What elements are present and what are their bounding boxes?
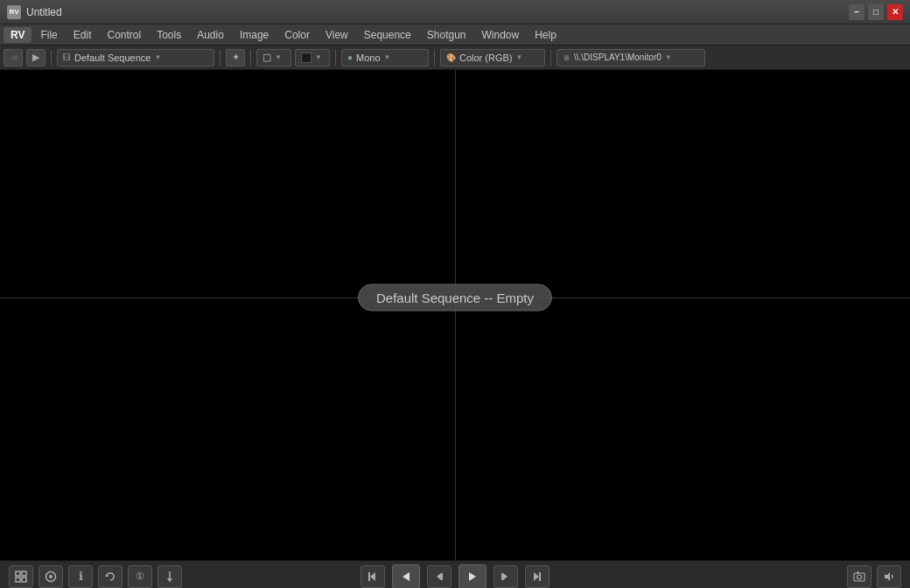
svg-rect-19 (854, 573, 864, 581)
session-icon (45, 570, 57, 583)
svg-rect-10 (368, 572, 370, 581)
toolbar-separator-4 (335, 50, 336, 66)
sequence-dropdown[interactable]: 🎞 Default Sequence ▼ (57, 49, 214, 66)
color-mode-icon: 🎨 (446, 53, 456, 62)
menu-item-audio[interactable]: Audio (190, 27, 231, 43)
go-to-start-button[interactable] (360, 565, 385, 588)
step-forward-icon (500, 570, 512, 583)
bottom-bar: ℹ ① (0, 560, 910, 588)
viewer: Default Sequence -- Empty (0, 70, 910, 560)
empty-sequence-label: Default Sequence -- Empty (358, 284, 552, 312)
play-backward-icon (400, 570, 412, 583)
menu-item-shotgun[interactable]: Shotgun (420, 27, 473, 43)
svg-marker-9 (370, 572, 375, 581)
frame-dropdown[interactable]: ▢ ▼ (256, 49, 291, 66)
redo-button[interactable]: ① (128, 565, 152, 588)
menu-item-tools[interactable]: Tools (150, 27, 188, 43)
tool-icon-button[interactable]: ✦ (226, 49, 245, 66)
session-button[interactable] (38, 565, 63, 588)
svg-marker-17 (534, 572, 539, 581)
svg-point-5 (49, 575, 52, 578)
svg-rect-1 (22, 571, 26, 576)
menu-item-control[interactable]: Control (100, 27, 148, 43)
play-forward-icon (466, 570, 479, 583)
screenshot-button[interactable] (847, 565, 872, 588)
mono-label: Mono (356, 52, 381, 63)
frame-icon: ▢ (262, 52, 271, 63)
menu-bar: RVFileEditControlToolsAudioImageColorVie… (0, 24, 910, 46)
audio-icon (883, 570, 895, 583)
close-button[interactable]: ✕ (887, 4, 903, 20)
menu-item-image[interactable]: Image (233, 27, 276, 43)
play-backward-button[interactable] (392, 564, 420, 589)
mark-icon (164, 570, 176, 583)
display-dropdown[interactable]: 🖥 \\.\DISPLAY1\Monitor0 ▼ (556, 49, 705, 66)
go-to-end-button[interactable] (525, 565, 550, 588)
sequence-label: Default Sequence (74, 52, 150, 63)
svg-marker-8 (167, 578, 172, 582)
toolbar: ◀ ▶ 🎞 Default Sequence ▼ ✦ ▢ ▼ ▼ ● Mono … (0, 46, 910, 70)
info-icon: ℹ (79, 570, 83, 583)
mono-dropdown[interactable]: ● Mono ▼ (341, 49, 429, 66)
step-back-button[interactable] (427, 565, 452, 588)
mono-arrow: ▼ (384, 53, 391, 61)
crosshair-vertical (455, 70, 456, 560)
menu-item-edit[interactable]: Edit (66, 27, 99, 43)
svg-rect-3 (22, 578, 26, 582)
svg-rect-16 (501, 573, 503, 580)
svg-rect-13 (441, 573, 443, 580)
forward-button[interactable]: ▶ (26, 49, 46, 66)
toolbar-separator-2 (220, 50, 220, 66)
mark-button[interactable] (158, 565, 182, 588)
maximize-button[interactable]: □ (868, 4, 884, 20)
play-forward-button[interactable] (458, 564, 486, 589)
undo-button[interactable] (98, 565, 122, 588)
display-icon: 🖥 (563, 53, 570, 62)
toolbar-separator-3 (250, 50, 251, 66)
svg-marker-14 (469, 572, 476, 581)
svg-rect-0 (16, 571, 20, 576)
undo-icon (104, 570, 116, 583)
color-swatch (301, 52, 312, 63)
svg-marker-22 (885, 572, 890, 581)
sequence-arrow: ▼ (154, 53, 161, 61)
layout-icon (15, 570, 27, 583)
svg-rect-21 (857, 571, 859, 573)
back-button[interactable]: ◀ (4, 49, 23, 66)
go-to-start-icon (367, 570, 379, 583)
display-label: \\.\DISPLAY1\Monitor0 (574, 52, 662, 62)
color-swatch-dropdown[interactable]: ▼ (295, 49, 330, 66)
info-button[interactable]: ℹ (68, 565, 93, 588)
menu-item-color[interactable]: Color (277, 27, 317, 43)
menu-item-view[interactable]: View (318, 27, 355, 43)
color-arrow: ▼ (315, 53, 322, 61)
color-mode-arrow: ▼ (516, 53, 523, 61)
minimize-button[interactable]: – (849, 4, 864, 20)
menu-item-rv[interactable]: RV (4, 27, 32, 43)
menu-item-window[interactable]: Window (475, 27, 527, 43)
layout-button[interactable] (9, 565, 33, 588)
app-icon: RV (7, 5, 21, 19)
toolbar-separator-5 (434, 50, 435, 66)
svg-rect-18 (539, 572, 541, 581)
toolbar-separator-6 (550, 50, 551, 66)
menu-item-sequence[interactable]: Sequence (357, 27, 418, 43)
playback-controls (360, 564, 550, 589)
screenshot-icon (853, 570, 865, 583)
bottom-right-controls (847, 565, 901, 588)
window-title: Untitled (26, 6, 849, 18)
svg-marker-15 (503, 573, 508, 580)
color-mode-dropdown[interactable]: 🎨 Color (RGB) ▼ (440, 49, 545, 66)
color-mode-label: Color (RGB) (459, 52, 513, 63)
bottom-left-controls: ℹ ① (9, 565, 182, 588)
svg-rect-2 (16, 578, 20, 582)
menu-item-file[interactable]: File (33, 27, 64, 43)
audio-button[interactable] (877, 565, 901, 588)
svg-marker-11 (402, 572, 410, 581)
title-bar: RV Untitled – □ ✕ (0, 0, 910, 24)
mono-dot: ● (347, 52, 353, 62)
menu-item-help[interactable]: Help (528, 27, 564, 43)
step-forward-button[interactable] (494, 565, 518, 588)
window-controls: – □ ✕ (849, 4, 903, 20)
toolbar-separator-1 (51, 50, 52, 66)
